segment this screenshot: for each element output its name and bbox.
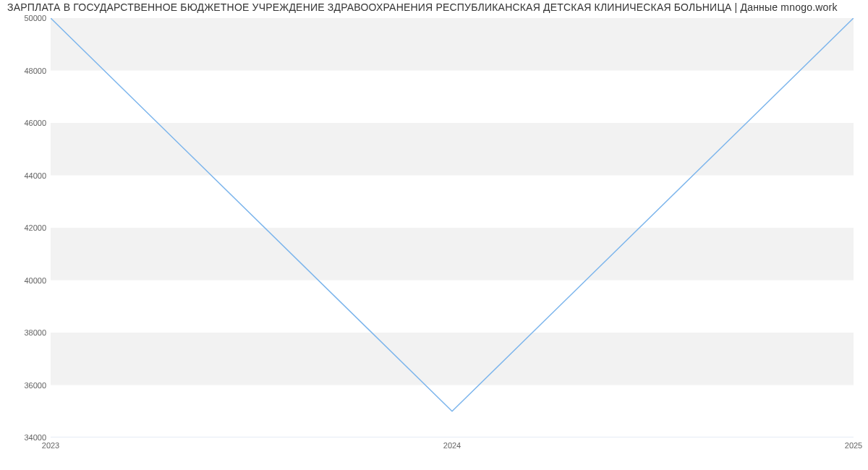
chart-container: ЗАРПЛАТА В ГОСУДАРСТВЕННОЕ БЮДЖЕТНОЕ УЧР… [0,0,868,470]
grid-bands [51,18,854,385]
grid-band [51,228,854,281]
grid-band [51,123,854,176]
y-tick-label: 48000 [3,67,46,75]
y-tick-label: 46000 [3,119,46,127]
y-tick-label: 38000 [3,328,46,337]
y-tick-label: 40000 [3,276,46,285]
chart-svg [51,18,854,437]
x-tick-label: 2023 [42,441,59,450]
y-tick-label: 34000 [3,433,46,442]
y-tick-label: 44000 [3,171,46,180]
grid-band [51,333,854,385]
chart-title: ЗАРПЛАТА В ГОСУДАРСТВЕННОЕ БЮДЖЕТНОЕ УЧР… [7,1,838,13]
plot-area [51,18,854,437]
y-tick-label: 42000 [3,223,46,232]
x-tick-label: 2024 [443,441,461,450]
grid-band [51,18,854,71]
y-tick-label: 50000 [3,14,46,22]
x-tick-label: 2025 [845,441,862,450]
y-tick-label: 36000 [3,381,46,390]
